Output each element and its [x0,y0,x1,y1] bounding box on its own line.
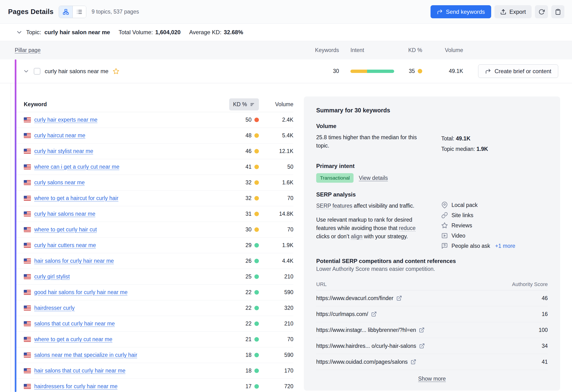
kd-value: 22 [245,320,252,327]
keyword-link[interactable]: good hair salons for curly hair near me [34,289,127,296]
feature-video: Video [441,232,515,239]
chevron-down-icon[interactable] [23,68,30,75]
volume-value: 320 [284,305,293,311]
kd-value: 32 [245,179,252,186]
authority-score: 16 [541,311,548,317]
kd-value: 22 [245,305,252,311]
topic-color-bar [15,60,16,392]
kd-value: 18 [245,352,252,358]
feature-reviews: Reviews [441,222,515,229]
table-row: hairdresser curly 22 320 [15,300,293,316]
serp-paragraph-2: clicks or don’t [316,233,351,240]
align-link[interactable]: align [351,233,363,240]
kd-value: 30 [245,226,252,233]
volume-value: 70 [287,336,293,343]
keyword-link[interactable]: hairdressers for curly hair near me [34,383,117,390]
kd-value: 31 [245,211,252,217]
show-more-link[interactable]: Show more [418,376,446,382]
column-pillar-page[interactable]: Pillar page [15,47,41,53]
reduce-link[interactable]: reduce [399,225,415,231]
intent-bar [350,70,394,73]
feature-label: Site links [451,212,473,219]
feature-local-pack: Local pack [441,202,515,208]
table-row: where to get a curly cut near me 21 70 [15,332,293,347]
keyword-link[interactable]: hair salons for curly hair near me [34,258,114,264]
send-keywords-button[interactable]: Send keywords [430,5,491,18]
kd-dot [254,274,259,279]
external-link-icon[interactable] [411,359,416,365]
table-row: good hair salons for curly hair near me … [15,285,293,300]
pillar-kd-dot [418,69,422,74]
pillar-page-name[interactable]: curly hair salons near me [45,68,108,75]
keyword-link[interactable]: where to get curly hair cut [34,226,97,233]
serp-features-link[interactable]: SERP features [316,203,352,209]
us-flag-icon [24,274,31,279]
kd-dot [254,196,259,200]
keyword-link[interactable]: hairdresser curly [34,305,75,311]
kd-dot [254,384,259,389]
volume-value: 50 [287,164,293,170]
keyword-link[interactable]: curly girl stylist [34,273,70,280]
view-details-link[interactable]: View details [359,175,388,181]
create-brief-button[interactable]: Create brief or content [478,64,558,78]
send-arrow-icon [437,9,443,15]
us-flag-icon [24,133,31,138]
copy-button[interactable] [551,5,564,18]
keyword-link[interactable]: curly hair salons near me [34,211,95,217]
keyword-link[interactable]: curly hair cutters near me [34,242,96,248]
keyword-link[interactable]: salons that cut curly hair near me [34,320,115,327]
keyword-link[interactable]: salons near me that specialize in curly … [34,352,137,358]
keyword-link[interactable]: curly salons near me [34,179,85,186]
kd-value: 22 [245,289,252,296]
question-bubble-icon [441,242,448,249]
topic-summary-row: Topic: curly hair salon near me Total Vo… [0,24,572,41]
keyword-link[interactable]: curly hair stylist near me [34,148,93,154]
keyword-link[interactable]: hair salons that cut curly hair near me [34,367,126,374]
keyword-table: Keyword KD % Volume curly hair experts n… [15,97,293,392]
table-row: where to get curly hair cut 30 70 [15,222,293,238]
external-link-icon[interactable] [396,295,402,301]
external-link-icon[interactable] [419,343,425,349]
us-flag-icon [24,337,31,342]
feature-label: Local pack [451,202,478,208]
summary-title: Summary for 30 keywords [316,107,548,114]
competitors-subtext: Lower Authority Score means easier compe… [316,266,548,272]
volume-value: 70 [287,226,293,233]
average-kd-value: 32.68% [224,29,243,36]
column-volume: Volume [275,101,293,108]
map-pin-icon [441,202,448,208]
column-kd-sort[interactable]: KD % [229,98,259,110]
list-view-button[interactable] [73,6,86,18]
top-bar: Pages Details 9 topics, 537 pages Send k… [0,0,572,24]
kd-dot [254,133,259,138]
external-link-icon[interactable] [419,327,425,333]
more-features-link[interactable]: +1 more [495,243,515,249]
chevron-down-icon[interactable] [16,29,23,36]
star-icon[interactable] [113,68,119,75]
export-button[interactable]: Export [494,5,532,18]
table-row: https://www.hairdres... o/curly-hair-sal… [316,338,548,354]
topic-name: curly hair salon near me [45,29,110,36]
kd-dot [254,353,259,357]
us-flag-icon [24,290,31,295]
competitor-url: https://www.devacurl.com/finder [316,295,394,302]
keyword-link[interactable]: where to get a curly cut near me [34,336,112,343]
volume-section: Volume 25.8 times higher than the median… [316,123,548,154]
refresh-button[interactable] [535,5,548,18]
table-row: https://www.devacurl.com/finder 46 [316,290,548,306]
us-flag-icon [24,368,31,373]
pillar-checkbox[interactable] [34,68,40,75]
volume-value: 12.1K [279,148,293,154]
table-row: curly salons near me 32 1.6K [15,175,293,191]
column-volume: Volume [445,47,463,53]
kd-dot [254,259,259,263]
keyword-link[interactable]: where can i get a curly cut near me [34,164,119,170]
feature-label: People also ask [451,243,490,249]
volume-value: 14.8K [279,211,293,217]
table-row: where to get a haircut for curly hair 32… [15,191,293,206]
tree-view-button[interactable] [59,6,73,18]
keyword-link[interactable]: curly hair experts near me [34,117,97,123]
keyword-link[interactable]: curly haircut near me [34,132,85,139]
keyword-link[interactable]: where to get a haircut for curly hair [34,195,118,201]
external-link-icon[interactable] [371,311,377,317]
